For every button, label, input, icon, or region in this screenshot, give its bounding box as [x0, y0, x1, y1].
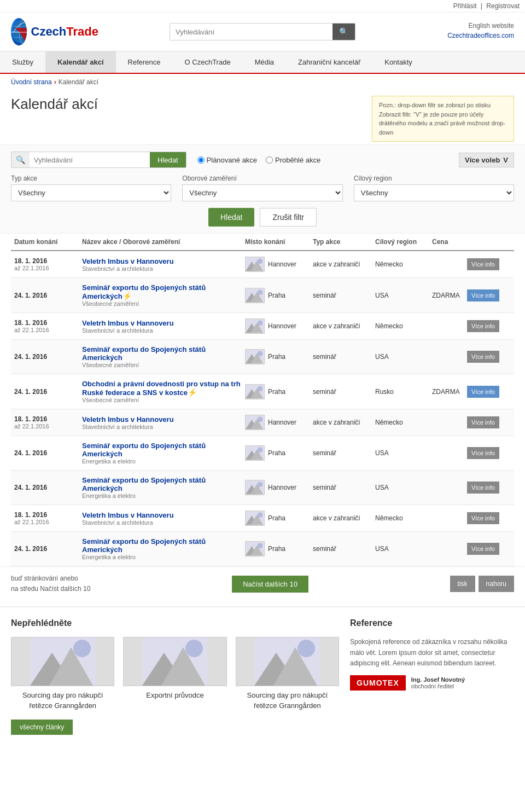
vice-info-btn[interactable]: Více info: [467, 416, 499, 428]
event-action: Více info: [467, 320, 511, 332]
event-name-link[interactable]: Veletrh Imbus v Hannoveru: [82, 319, 243, 327]
vice-info-btn[interactable]: Více info: [467, 386, 499, 398]
search-button[interactable]: 🔍: [332, 24, 355, 40]
event-name-col: Veletrh Imbus v Hannoveru Stavebnictví a…: [82, 257, 243, 272]
btn-tisk[interactable]: tisk: [450, 576, 475, 592]
event-name-link[interactable]: Veletrh Imbus v Hannoveru: [82, 257, 243, 265]
btn-nahoru[interactable]: nahoru: [479, 576, 514, 592]
right-links: English website Czechtradeoffices.com: [427, 22, 514, 42]
search-icon: 🔍: [11, 152, 30, 167]
event-action: Více info: [467, 512, 511, 524]
pagination-text1: buď stránkování anebo: [11, 573, 90, 584]
event-name-link[interactable]: Veletrh Imbus v Hannoveru: [82, 511, 243, 519]
event-type: seminář: [313, 388, 373, 396]
filter-search-btn[interactable]: Hledat: [150, 152, 186, 167]
radio-past-input[interactable]: [266, 156, 273, 164]
btn-zrusit[interactable]: Zrušit filtr: [260, 208, 317, 227]
col-action: [467, 238, 511, 246]
btn-nacist[interactable]: Načíst dalších 10: [232, 576, 308, 593]
breadcrumb-home[interactable]: Úvodní strana: [11, 78, 52, 86]
filter-search-input[interactable]: [30, 152, 150, 167]
breadcrumb-current: Kalendář akcí: [59, 78, 98, 86]
radio-planned[interactable]: Plánované akce: [197, 156, 258, 164]
vice-info-btn[interactable]: Více info: [467, 258, 499, 270]
location-thumb: [245, 445, 265, 461]
article-thumb: [236, 637, 339, 686]
vice-info-btn[interactable]: Více info: [467, 351, 499, 363]
vice-info-btn[interactable]: Více info: [467, 482, 499, 494]
nav-sluzby[interactable]: Služby: [0, 51, 45, 73]
logo[interactable]: CzechTrade: [11, 18, 98, 45]
filter-typ-akce: Typ akce Všechny: [11, 175, 171, 201]
pagination-area: buď stránkování anebo na středu Načíst d…: [0, 566, 525, 601]
event-date: 24. 1. 2016: [14, 353, 80, 361]
search-input[interactable]: [170, 24, 332, 40]
nav-zahranicni[interactable]: Zahraniční kancelář: [286, 51, 372, 73]
event-date: 24. 1. 2016: [14, 449, 80, 457]
header: CzechTrade 🔍 English website Czechtradeo…: [0, 13, 525, 51]
vice-info-btn[interactable]: Více info: [467, 447, 499, 459]
svg-point-44: [258, 543, 262, 548]
location-text: Praha: [268, 545, 285, 553]
article-title[interactable]: Exportní průvodce: [123, 691, 226, 700]
table-row: 24. 1. 2016 Obchodní a právní dovednosti…: [11, 374, 514, 409]
vice-info-btn[interactable]: Více info: [467, 512, 499, 524]
vice-voleb-btn[interactable]: Více voleb V: [459, 153, 514, 167]
filter-oborove-select[interactable]: Všechny: [182, 184, 342, 201]
table-row: 24. 1. 2016 Seminář exportu do Spojených…: [11, 471, 514, 505]
btn-vsechny[interactable]: všechny články: [11, 720, 73, 735]
login-link[interactable]: Přihlásit: [453, 2, 477, 10]
event-name-link[interactable]: Seminář exportu do Spojených států Ameri…: [82, 537, 243, 554]
event-location: Praha: [245, 349, 311, 364]
filter-top: 🔍 Hledat Plánované akce Proběhlé akce Ví…: [11, 152, 514, 168]
reference-title: Reference: [350, 618, 514, 628]
filter-search-box: 🔍 Hledat: [11, 152, 186, 168]
vice-info-btn[interactable]: Více info: [467, 320, 499, 332]
event-type: akce v zahraničí: [313, 419, 373, 426]
event-date: 18. 1. 2016 až 22.1.2016: [14, 319, 80, 333]
nav-o-czechtrade[interactable]: O CzechTrade: [173, 51, 243, 73]
filter-typ-select[interactable]: Všechny: [11, 184, 171, 201]
radio-planned-label: Plánované akce: [207, 156, 258, 164]
col-typ: Typ akce: [313, 238, 373, 246]
event-date: 24. 1. 2016: [14, 545, 80, 553]
event-subname: Energetika a elektro: [82, 554, 243, 560]
event-name-link[interactable]: Veletrh Imbus v Hannoveru: [82, 415, 243, 424]
nav-kalendar[interactable]: Kalendář akcí: [45, 51, 116, 73]
event-name-link[interactable]: Seminář exportu do Spojených států Ameri…: [82, 283, 243, 300]
offices-link[interactable]: Czechtradeoffices.com: [447, 32, 514, 39]
event-type: seminář: [313, 292, 373, 299]
breadcrumb: Úvodní strana › Kalendář akcí: [0, 74, 525, 90]
article-grid: Sourcing day pro nákupčí řetězce Granngå…: [11, 637, 339, 710]
article-title[interactable]: Sourcing day pro nákupčí řetězce Granngå…: [11, 691, 114, 710]
register-link[interactable]: Registrovat: [486, 2, 520, 10]
event-name-link[interactable]: Obchodní a právní dovednosti pro vstup n…: [82, 380, 243, 397]
location-thumb: [245, 318, 265, 334]
location-thumb: [245, 415, 265, 430]
event-name-link[interactable]: Seminář exportu do Spojených států Ameri…: [82, 345, 243, 362]
vice-info-btn[interactable]: Více info: [467, 543, 499, 555]
btn-hledat[interactable]: Hledat: [208, 208, 254, 227]
pagination-left: buď stránkování anebo na středu Načíst d…: [11, 573, 90, 594]
nav-media[interactable]: Média: [243, 51, 286, 73]
nav-kontakty[interactable]: Kontakty: [372, 51, 424, 73]
event-action: Více info: [467, 543, 511, 555]
table-row: 24. 1. 2016 Seminář exportu do Spojených…: [11, 532, 514, 566]
svg-point-20: [258, 351, 262, 356]
event-name-link[interactable]: Seminář exportu do Spojených států Ameri…: [82, 442, 243, 458]
location-thumb: [245, 257, 265, 272]
table-row: 24. 1. 2016 Seminář exportu do Spojených…: [11, 436, 514, 471]
event-action: Více info: [467, 289, 511, 301]
radio-past[interactable]: Proběhlé akce: [266, 156, 320, 164]
article-title[interactable]: Sourcing day pro nákupčí řetězce Granngå…: [236, 691, 339, 710]
filter-cilovy-select[interactable]: Všechny: [354, 184, 514, 201]
vice-info-btn[interactable]: Více info: [467, 289, 499, 301]
event-action: Více info: [467, 258, 511, 270]
location-text: Hannover: [268, 484, 296, 491]
logo-area: CzechTrade: [11, 18, 98, 45]
event-type: akce v zahraničí: [313, 260, 373, 268]
radio-planned-input[interactable]: [197, 156, 205, 164]
filter-oborove-label: Oborové zaměření: [182, 175, 342, 182]
nav-reference[interactable]: Reference: [116, 51, 173, 73]
event-name-link[interactable]: Seminář exportu do Spojených států Ameri…: [82, 476, 243, 492]
